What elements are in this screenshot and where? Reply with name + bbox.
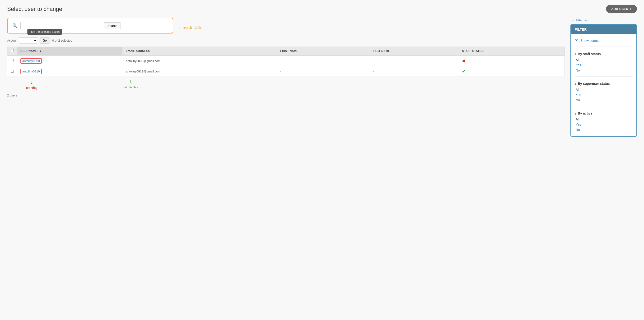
row1-staff-status-cell: ✖ <box>459 56 564 66</box>
filter-active-all[interactable]: All <box>576 117 632 122</box>
actions-row: Action: --------- Go Run the selected ac… <box>7 37 565 44</box>
filter-superuser-all[interactable]: All <box>576 87 632 92</box>
filter-divider-3 <box>575 106 632 106</box>
filter-superuser-yes[interactable]: Yes <box>576 92 632 97</box>
row2-email: antoliny0919@gmail.com <box>126 70 160 73</box>
page-title: Select user to change <box>7 6 62 12</box>
table-header-row: USERNAME ▲ EMAIL ADDRESS FIRST NAME LAST… <box>7 47 565 56</box>
col-staff-status[interactable]: STAFF STATUS <box>459 47 564 56</box>
filter-divider-1 <box>575 47 632 47</box>
show-counts-label: Show counts <box>580 39 600 43</box>
row1-username-link[interactable]: antoliny0000 <box>20 58 42 64</box>
row1-username-cell: antoliny0000 <box>17 56 122 66</box>
list-display-annotation-text: list_display <box>123 86 138 89</box>
eye-icon: 👁 <box>575 39 578 43</box>
search-annotation: search_fields <box>176 25 202 31</box>
row2-username-link[interactable]: antoliny0919 <box>20 69 42 74</box>
filter-section-active-title: ↓ By active <box>575 111 632 115</box>
filter-section-staff-title: ↓ By staff status <box>575 52 632 56</box>
list-display-annotation-wrap: list_display <box>123 78 138 89</box>
filter-active-label: By active <box>578 111 592 115</box>
user-count: 2 users <box>7 94 565 97</box>
col-lastname-label: LAST NAME <box>373 49 390 53</box>
search-input[interactable] <box>20 22 101 29</box>
table-body: antoliny0000 antoliny0000@gmail.com - - <box>7 56 565 77</box>
ordering-annotation-text: ordering <box>26 86 37 90</box>
search-icon: 🔍 <box>12 23 18 28</box>
filter-section-staff: ↓ By staff status All Yes No <box>575 49 632 74</box>
filter-superuser-options: All Yes No <box>575 87 632 103</box>
select-all-checkbox[interactable] <box>11 49 14 52</box>
filter-divider-2 <box>575 76 632 77</box>
list-filter-annotation-text: list_filter <box>570 19 582 22</box>
filter-superuser-arrow-icon: ↓ <box>575 82 576 86</box>
search-box: 🔍 Search <box>7 18 173 34</box>
content-area: 🔍 Search search_fields Action: ---------… <box>7 18 565 97</box>
row1-firstname-cell: - <box>277 56 370 66</box>
col-username[interactable]: USERNAME ▲ <box>17 47 122 56</box>
row1-firstname: - <box>280 59 281 63</box>
select-all-th <box>7 47 17 56</box>
search-annotation-text: search_fields <box>183 26 202 30</box>
filter-active-no[interactable]: No <box>576 127 632 132</box>
filter-superuser-no[interactable]: No <box>576 97 632 103</box>
row2-lastname: - <box>373 70 374 73</box>
row2-lastname-cell: - <box>370 66 459 77</box>
row1-staff-status-false-icon: ✖ <box>462 59 466 64</box>
add-user-icon: + <box>630 7 632 11</box>
go-button[interactable]: Go <box>40 38 50 44</box>
row1-checkbox-cell <box>7 56 17 66</box>
action-label: Action: <box>7 39 16 42</box>
filter-superuser-label: By superuser status <box>578 82 610 86</box>
filter-section-superuser-title: ↓ By superuser status <box>575 82 632 86</box>
filter-body: 👁 Show counts ↓ By staff status All Yes <box>571 34 636 136</box>
filter-sidebar-wrapper: list_filter FILTER 👁 Show counts ↓ <box>570 18 637 137</box>
table-row: antoliny0919 antoliny0919@gmail.com - - <box>7 66 565 77</box>
row2-firstname: - <box>280 70 281 73</box>
action-select[interactable]: --------- <box>19 37 37 44</box>
filter-staff-options: All Yes No <box>575 57 632 73</box>
row2-firstname-cell: - <box>277 66 370 77</box>
col-staff-status-label: STAFF STATUS <box>462 49 484 53</box>
add-user-button[interactable]: ADD USER + <box>606 5 637 13</box>
row1-lastname-cell: - <box>370 56 459 66</box>
filter-header: FILTER <box>571 25 636 34</box>
filter-show-counts[interactable]: 👁 Show counts <box>575 37 632 45</box>
col-firstname[interactable]: FIRST NAME <box>277 47 370 56</box>
filter-staff-arrow-icon: ↓ <box>575 52 576 56</box>
table-row: antoliny0000 antoliny0000@gmail.com - - <box>7 56 565 66</box>
filter-staff-yes[interactable]: Yes <box>576 63 632 68</box>
filter-staff-all[interactable]: All <box>576 57 632 63</box>
row1-email: antoliny0000@gmail.com <box>126 59 160 63</box>
filter-staff-no[interactable]: No <box>576 68 632 73</box>
row2-checkbox[interactable] <box>11 70 14 73</box>
ordering-annotation-wrap: ordering <box>26 78 37 91</box>
row2-staff-status-cell: ✔ <box>459 66 564 77</box>
row2-email-cell: antoliny0919@gmail.com <box>122 66 277 77</box>
row2-staff-status-true-icon: ✔ <box>462 69 466 74</box>
col-firstname-label: FIRST NAME <box>280 49 298 53</box>
filter-active-yes[interactable]: Yes <box>576 122 632 127</box>
search-arrow-icon <box>176 25 181 31</box>
filter-active-arrow-icon: ↓ <box>575 111 576 115</box>
selected-count: 0 of 2 selected <box>52 39 72 42</box>
filter-staff-label: By staff status <box>578 52 600 56</box>
main-layout: 🔍 Search search_fields Action: ---------… <box>7 18 637 137</box>
filter-sidebar: FILTER 👁 Show counts ↓ By staff status <box>570 24 637 137</box>
sort-arrow-icon: ▲ <box>39 49 42 53</box>
filter-active-options: All Yes No <box>575 117 632 132</box>
list-filter-annotation: list_filter <box>570 18 637 23</box>
user-table: USERNAME ▲ EMAIL ADDRESS FIRST NAME LAST… <box>7 47 565 77</box>
col-email[interactable]: EMAIL ADDRESS <box>122 47 277 56</box>
col-lastname[interactable]: LAST NAME <box>370 47 459 56</box>
row1-checkbox[interactable] <box>11 59 14 62</box>
col-username-label: USERNAME <box>20 49 37 53</box>
search-button[interactable]: Search <box>104 22 121 29</box>
row2-username-cell: antoliny0919 <box>17 66 122 77</box>
add-user-label: ADD USER <box>611 7 628 11</box>
table-wrapper: USERNAME ▲ EMAIL ADDRESS FIRST NAME LAST… <box>7 47 565 97</box>
row2-checkbox-cell <box>7 66 17 77</box>
ordering-arrow-icon <box>30 80 33 85</box>
list-display-arrow-icon <box>129 78 132 84</box>
page-header: Select user to change ADD USER + <box>7 5 637 13</box>
